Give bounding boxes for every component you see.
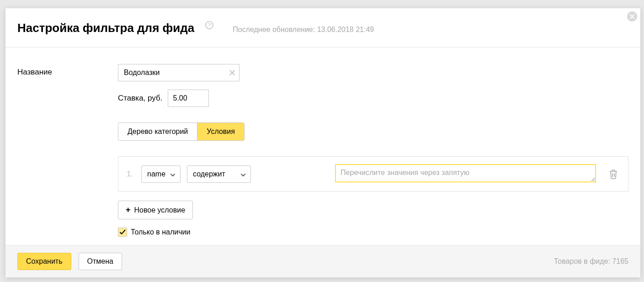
modal-header: Настройка фильтра для фида ? Последнее о… <box>5 8 640 48</box>
chevron-down-icon <box>240 171 246 177</box>
mode-tabs: Дерево категорий Условия <box>118 122 245 141</box>
close-icon[interactable] <box>627 11 638 22</box>
name-input-wrap <box>118 64 240 81</box>
modal-body: Название Ставка, руб. Дерево категорий У… <box>5 48 640 245</box>
condition-values-wrap <box>335 164 596 184</box>
add-condition-button[interactable]: + Новое условие <box>118 201 193 219</box>
cancel-button[interactable]: Отмена <box>79 253 122 270</box>
delete-condition-icon[interactable] <box>609 169 618 179</box>
modal-title: Настройка фильтра для фида <box>17 21 194 35</box>
condition-field-value: name <box>147 170 165 178</box>
bid-label: Ставка, руб. <box>118 94 162 103</box>
help-icon[interactable]: ? <box>205 21 213 29</box>
condition-values-input[interactable] <box>335 164 596 182</box>
only-in-stock-row: Только в наличии <box>118 228 628 237</box>
condition-field-select[interactable]: name <box>141 165 181 183</box>
chevron-down-icon <box>170 171 176 177</box>
fields-column: Ставка, руб. Дерево категорий Условия 1.… <box>118 64 628 237</box>
only-in-stock-checkbox[interactable] <box>118 228 127 237</box>
name-label: Название <box>17 64 113 77</box>
feed-count-text: Товаров в фиде: 7165 <box>554 257 628 266</box>
tab-conditions[interactable]: Условия <box>197 123 244 140</box>
only-in-stock-label: Только в наличии <box>131 228 190 236</box>
add-condition-label: Новое условие <box>134 206 186 214</box>
name-row: Название Ставка, руб. Дерево категорий У… <box>17 64 628 237</box>
modal-footer: Сохранить Отмена Товаров в фиде: 7165 <box>5 245 640 277</box>
condition-row: 1. name содержит <box>118 156 628 192</box>
save-button[interactable]: Сохранить <box>17 253 71 270</box>
bid-input[interactable] <box>168 90 209 107</box>
last-updated-text: Последнее обновление: 13.06.2018 21:49 <box>233 26 374 34</box>
bid-row: Ставка, руб. <box>118 90 628 107</box>
name-input[interactable] <box>118 64 240 81</box>
condition-index: 1. <box>127 170 135 179</box>
filter-settings-modal: Настройка фильтра для фида ? Последнее о… <box>5 8 640 277</box>
svg-text:?: ? <box>208 22 211 28</box>
plus-icon: + <box>126 205 131 215</box>
condition-operator-value: содержит <box>193 170 225 178</box>
clear-name-icon[interactable] <box>229 69 236 76</box>
condition-operator-select[interactable]: содержит <box>187 165 251 183</box>
tab-category-tree[interactable]: Дерево категорий <box>118 123 197 140</box>
